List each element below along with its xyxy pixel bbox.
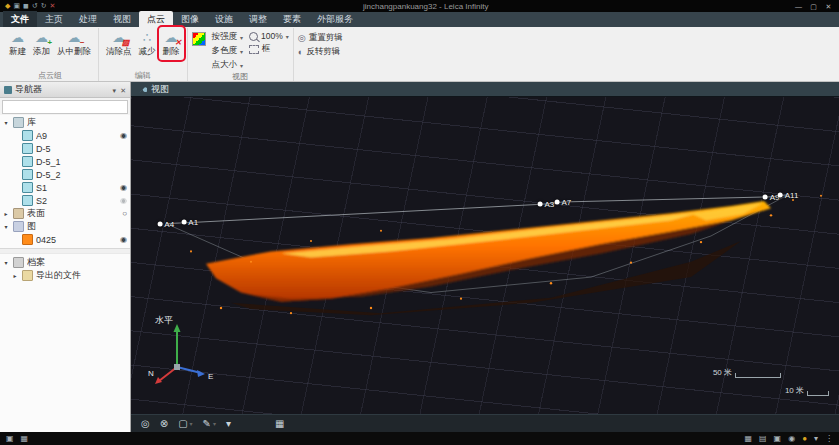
survey-marker-a3[interactable]: A3 <box>537 200 554 209</box>
survey-marker-a4[interactable]: A4 <box>157 219 174 228</box>
tree-item-s1[interactable]: S1◉ <box>0 181 130 194</box>
add-to-pointcloud-button[interactable]: ☁+ 添加 <box>30 28 53 59</box>
visibility-menu-button[interactable]: ▾ <box>226 416 231 432</box>
render-mode-icon: ◎ <box>141 416 150 432</box>
zoom-frame-button[interactable]: 框 <box>249 43 289 55</box>
button-label: 框 <box>262 43 271 55</box>
tab-view[interactable]: 视图 <box>105 11 139 27</box>
marker-dot-icon <box>157 221 162 226</box>
expander-icon[interactable]: ▾ <box>2 259 10 266</box>
multichrome-dropdown[interactable]: 多色度 ▾ <box>212 45 244 57</box>
grid-toggle-button[interactable]: ▦ <box>275 416 284 432</box>
save-icon[interactable]: ◼ <box>23 1 29 11</box>
tree-item-d-5-1[interactable]: D-5_1 <box>0 155 130 168</box>
orbit-mode-icon[interactable]: ◉ <box>788 433 795 445</box>
window-restore-icon[interactable]: ▣ <box>6 433 14 445</box>
maximize-button[interactable]: ▢ <box>806 1 821 12</box>
status-indicator-icon[interactable]: ● <box>802 433 807 445</box>
render-mode-button[interactable]: ◎ <box>141 416 150 432</box>
tree-item-surfaces[interactable]: ▸表面○ <box>0 207 130 220</box>
invert-clip-button[interactable]: ◐ 反转剪辑 <box>298 46 343 58</box>
marker-label: A7 <box>561 198 571 207</box>
delete-points-button[interactable]: ☁✕ 删除 <box>160 28 183 59</box>
ribbon-group-pointcloud: ☁ 新建 ☁+ 添加 ☁− 从中删除 点云组 <box>2 28 99 81</box>
expander-icon[interactable]: ▾ <box>2 119 10 126</box>
tree-item-a9[interactable]: A9◉ <box>0 129 130 142</box>
reset-clip-button[interactable]: ◎ 重置剪辑 <box>298 32 343 44</box>
panel-close-icon[interactable]: ✕ <box>120 87 126 94</box>
expander-icon[interactable]: ▸ <box>11 272 19 279</box>
redo-icon[interactable]: ↻ <box>41 1 47 11</box>
tab-services[interactable]: 外部服务 <box>309 11 361 27</box>
statusbar-left-icons: ▣▦ <box>6 433 28 445</box>
tab-home[interactable]: 主页 <box>37 11 71 27</box>
wrench-icon <box>137 84 147 94</box>
navigator-search-input[interactable] <box>2 100 128 114</box>
view-cube-icon[interactable]: ▦ <box>744 433 752 445</box>
split-view-icon[interactable]: ▤ <box>759 433 767 445</box>
expander-icon[interactable]: ▸ <box>2 210 10 217</box>
tree-item-exported-files[interactable]: ▸导出的文件 <box>0 269 130 282</box>
zoom-level-dropdown[interactable]: 100% ▾ <box>249 31 289 41</box>
navigator-panel: 导航器 ▾✕ ▾库A9◉D-5D-5_1D-5_2S1◉S2◉▸表面○▾图042… <box>0 82 131 432</box>
chevron-down-icon: ▾ <box>286 33 289 40</box>
expander-icon[interactable]: ▾ <box>2 223 10 230</box>
pointcloud-new-icon: ☁ <box>11 31 24 45</box>
magnifier-icon <box>249 32 258 41</box>
visibility-eye-icon[interactable]: ◉ <box>120 196 127 206</box>
minimize-button[interactable]: — <box>791 1 806 12</box>
tree-item-0425[interactable]: 0425◉ <box>0 233 130 246</box>
undo-icon[interactable]: ↺ <box>32 1 38 11</box>
tab-pointcloud[interactable]: 点云 <box>139 11 173 27</box>
tab-infrastructure[interactable]: 设施 <box>207 11 241 27</box>
link-view-button[interactable]: ⊗ <box>160 416 168 432</box>
tab-features[interactable]: 要素 <box>275 11 309 27</box>
color-by-intensity-dropdown[interactable]: 按强度 ▾ <box>212 31 244 43</box>
app-icon[interactable]: ◆ <box>5 1 10 11</box>
window-grid-icon[interactable]: ▦ <box>21 433 29 445</box>
new-pointcloud-button[interactable]: ☁ 新建 <box>6 28 29 59</box>
rgb-coloring-button[interactable] <box>192 32 206 46</box>
close-project-icon[interactable]: ✕ <box>50 1 56 11</box>
tree-item-label: S2 <box>36 196 117 206</box>
marker-dot-icon <box>537 202 542 207</box>
view-preset-button[interactable]: ▢▾ <box>178 416 192 432</box>
tree-item-d-5-2[interactable]: D-5_2 <box>0 168 130 181</box>
tree-item-library[interactable]: ▾库 <box>0 116 130 129</box>
remove-from-pointcloud-button[interactable]: ☁− 从中删除 <box>54 28 94 59</box>
chevron-down-icon: ▾ <box>240 48 243 55</box>
tab-file[interactable]: 文件 <box>3 11 37 27</box>
tree-item-d-5[interactable]: D-5 <box>0 142 130 155</box>
tree-item-images[interactable]: ▾图 <box>0 220 130 233</box>
visibility-eye-icon[interactable]: ○ <box>122 209 127 219</box>
point-size-dropdown[interactable]: 点大小 ▾ <box>212 59 244 71</box>
reduce-points-icon: ∴ <box>143 31 151 45</box>
visibility-eye-icon[interactable]: ◉ <box>120 235 127 245</box>
visibility-eye-icon[interactable]: ◉ <box>120 131 127 141</box>
reduce-points-button[interactable]: ∴ 减少 <box>136 28 159 59</box>
tree-item-s2[interactable]: S2◉ <box>0 194 130 207</box>
tree-item-archive[interactable]: ▾档案 <box>0 256 130 269</box>
close-button[interactable]: ✕ <box>821 1 836 12</box>
settings-caret-icon[interactable]: ▾ <box>814 433 818 445</box>
frame-icon <box>249 45 259 54</box>
tab-adjustments[interactable]: 调整 <box>241 11 275 27</box>
axis-horizontal-label: 水平 <box>155 315 173 325</box>
markup-tool-button[interactable]: ✎▾ <box>203 416 216 432</box>
tab-processing[interactable]: 处理 <box>71 11 105 27</box>
tab-imaging[interactable]: 图像 <box>173 11 207 27</box>
viewport-canvas[interactable]: A4A1A3A7A9A11 水平 E N 50 米 <box>131 97 839 414</box>
panel-menu-icon[interactable]: ▾ <box>113 87 117 94</box>
survey-marker-a7[interactable]: A7 <box>554 198 571 207</box>
button-label: 重置剪辑 <box>309 32 343 44</box>
button-label: 反转剪辑 <box>306 46 340 58</box>
snap-toggle-icon[interactable]: ▣ <box>774 433 782 445</box>
view-preset-icon: ▢ <box>178 416 187 432</box>
survey-marker-a1[interactable]: A1 <box>181 218 198 227</box>
navigator-search-row <box>2 100 128 114</box>
clear-points-button[interactable]: ☁▨ 清除点 <box>103 28 135 59</box>
new-project-icon[interactable]: ▣ <box>13 1 20 11</box>
more-options-icon[interactable]: ⋮ <box>825 433 833 445</box>
survey-marker-a11[interactable]: A11 <box>778 190 799 199</box>
visibility-eye-icon[interactable]: ◉ <box>120 183 127 193</box>
